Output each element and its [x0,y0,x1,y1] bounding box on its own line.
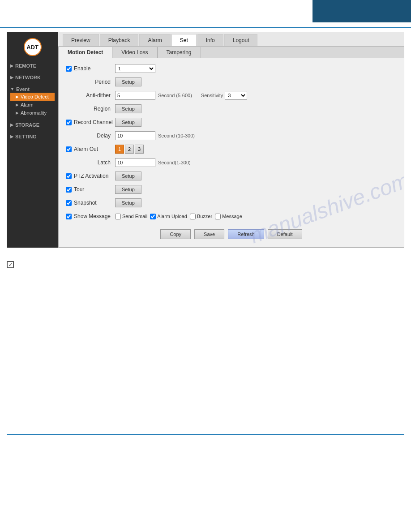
tour-row: Tour Setup [66,184,397,194]
ptz-activation-checkbox[interactable] [66,173,72,179]
enable-select[interactable]: 1 [115,64,155,73]
refresh-btn[interactable]: Refresh [228,229,264,239]
show-message-text: Show Message [74,213,111,219]
ptz-activation-label: PTZ Activation [66,173,115,179]
nav-tabs: Preview Playback Alarm Set Info Logout [58,32,404,47]
ptz-activation-btn[interactable]: Setup [115,172,141,180]
sidebar-label-event: Event [16,86,30,92]
bottom-buttons: Copy Save Refresh Default [66,227,397,242]
tour-label: Tour [66,186,115,193]
tour-checkbox[interactable] [66,187,72,193]
enable-checkbox[interactable] [66,66,72,72]
subtab-video-loss[interactable]: Video Loss [112,47,157,58]
delay-input[interactable] [115,131,155,140]
ptz-activation-text: PTZ Activation [74,173,108,179]
period-setup-btn[interactable]: Setup [115,77,141,86]
record-channel-label: Record Channel [66,119,115,125]
sidebar-header-event[interactable]: ▼ Event [10,85,55,93]
copy-btn[interactable]: Copy [160,229,191,239]
tour-setup-btn[interactable]: Setup [115,185,141,194]
enable-label: Enable [66,65,115,72]
message-checkbox[interactable] [215,214,221,219]
arrow-icon: ▶ [16,111,19,115]
snapshot-btn[interactable]: Setup [115,198,141,207]
sensitivity-select[interactable]: 3 [225,91,247,100]
form-wrapper: Enable 1 Period Setup Anti-dither [59,58,404,247]
sidebar-label-setting: SETTING [15,134,37,139]
subtab-motion-detect[interactable]: Motion Detect [59,47,112,58]
form-area: Enable 1 Period Setup Anti-dither [59,58,404,247]
alarm-btn-2[interactable]: 2 [125,145,134,154]
sidebar-header-network[interactable]: ▶ NETWORK [10,73,55,81]
sidebar-item-alarm[interactable]: ▶ Alarm [10,101,55,109]
delay-row: Delay Second (10-300) [66,131,397,141]
sub-tabs: Motion Detect Video Loss Tampering [59,47,404,58]
sidebar-header-storage[interactable]: ▶ STORAGE [10,120,55,129]
alarm-upload-item: Alarm Upload [150,214,187,219]
tab-logout[interactable]: Logout [224,34,258,46]
alarm-out-label: Alarm Out [66,146,115,152]
arrow-icon: ▶ [10,75,13,80]
sidebar-item-label: Video Detect [21,94,49,99]
snapshot-checkbox[interactable] [66,200,72,206]
arrow-icon: ▶ [16,94,19,99]
tab-alarm[interactable]: Alarm [139,34,170,46]
sidebar-header-remote[interactable]: ▶ REMOTE [10,61,55,69]
arrow-icon: ▶ [16,103,19,107]
anti-dither-input[interactable] [115,91,155,100]
snapshot-text: Snapshot [74,200,97,206]
send-email-label: Send Email [122,214,147,219]
latch-label: Latch [66,159,115,166]
tab-preview[interactable]: Preview [63,34,99,46]
tab-info[interactable]: Info [197,34,223,46]
arrow-icon: ▶ [10,123,13,127]
sidebar-item-video-detect[interactable]: ▶ Video Detect [10,93,55,101]
tab-playback[interactable]: Playback [100,34,139,46]
anti-dither-label: Anti-dither [66,92,115,99]
record-channel-btn[interactable]: Setup [115,118,141,127]
sidebar-label-network: NETWORK [15,75,41,80]
show-message-checkbox[interactable] [66,214,72,219]
sidebar-item-label: Abnormality [21,110,47,116]
bottom-checkbox[interactable] [7,261,14,268]
message-item: Message [215,214,242,219]
tab-set[interactable]: Set [171,34,197,46]
snapshot-label: Snapshot [66,200,115,206]
record-channel-row: Record Channel Setup [66,117,397,127]
sidebar-label-remote: REMOTE [15,63,36,69]
subtab-tampering[interactable]: Tampering [158,47,201,58]
sidebar-header-setting[interactable]: ▶ SETTING [10,132,55,140]
snapshot-row: Snapshot Setup [66,198,397,208]
send-email-checkbox[interactable] [115,214,121,219]
region-label: Region [66,106,115,112]
region-setup-btn[interactable]: Setup [115,104,141,113]
buzzer-label: Buzzer [197,214,212,219]
enable-text: Enable [74,65,90,72]
alarm-btn-3[interactable]: 3 [135,145,144,154]
save-btn[interactable]: Save [194,229,224,239]
latch-input[interactable] [115,158,155,167]
default-btn[interactable]: Default [268,229,302,239]
content-area: Motion Detect Video Loss Tampering Enabl… [58,47,404,248]
alarm-upload-checkbox[interactable] [150,214,156,219]
sidebar-section-event: ▼ Event ▶ Video Detect ▶ Alarm ▶ Abnorma… [7,83,58,119]
alarm-btn-1[interactable]: 1 [115,145,124,154]
anti-dither-row: Anti-dither Second (5-600) Sensitivity 3 [66,90,397,100]
sidebar-item-abnormality[interactable]: ▶ Abnormality [10,109,55,117]
top-blue-decoration [313,0,411,22]
delay-unit: Second (10-300) [158,133,195,138]
ptz-activation-row: PTZ Activation Setup [66,171,397,181]
logo-area: ADT [7,34,58,60]
record-channel-checkbox[interactable] [66,120,72,125]
show-message-row: Show Message Send Email Alarm Upload [66,211,397,221]
enable-row: Enable 1 [66,64,397,73]
alarm-out-checkbox[interactable] [66,146,72,152]
alarm-upload-label: Alarm Upload [157,214,187,219]
region-row: Region Setup [66,104,397,114]
buzzer-item: Buzzer [190,214,212,219]
buzzer-checkbox[interactable] [190,214,196,219]
logo-text: ADT [26,44,39,51]
arrow-icon: ▶ [10,134,13,139]
logo: ADT [24,38,42,56]
sensitivity-label-inline: Sensitivity [201,93,223,98]
